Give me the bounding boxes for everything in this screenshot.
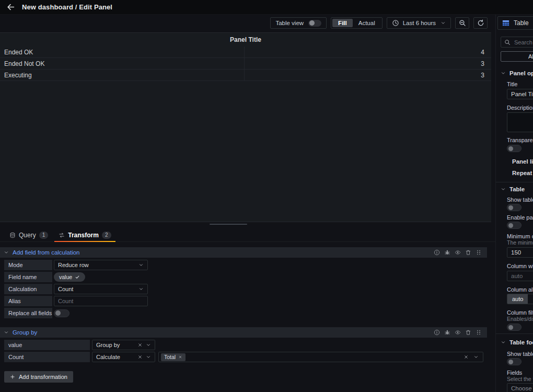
row-value: 4	[481, 49, 484, 56]
field-name-pill[interactable]: value	[54, 272, 85, 282]
panel-toolbar: Table view Fill Actual Last 6 hours	[270, 17, 488, 29]
alias-label: Alias	[4, 296, 52, 306]
fill-option[interactable]: Fill	[332, 19, 353, 27]
options-search-input[interactable]	[513, 39, 533, 46]
aggregations-multiselect[interactable]: Total	[158, 352, 483, 362]
tab-transform[interactable]: Transform 2	[53, 228, 116, 241]
aggregation-tag-label: Total	[164, 354, 176, 360]
clear-icon[interactable]	[137, 354, 143, 360]
section-panel-options[interactable]: Panel options	[501, 70, 533, 77]
aggregation-tag[interactable]: Total	[161, 353, 186, 361]
section-table[interactable]: Table	[501, 186, 533, 193]
filter-all-button[interactable]: All	[501, 51, 533, 62]
min-column-width-input[interactable]	[507, 247, 533, 258]
section-table-footer[interactable]: Table footer	[501, 339, 533, 346]
pane-resize-handle[interactable]	[210, 224, 247, 225]
title-label: Title	[507, 81, 533, 87]
divider	[496, 182, 533, 182]
divider	[496, 333, 533, 334]
chevron-down-icon	[501, 71, 506, 76]
tab-query[interactable]: Query 1	[4, 228, 53, 241]
replace-all-fields-toggle[interactable]	[54, 309, 69, 317]
time-range-picker[interactable]: Last 6 hours	[387, 17, 451, 29]
search-icon	[504, 39, 511, 45]
transparent-background-toggle[interactable]	[507, 145, 522, 152]
editor-tabs: Query 1 Transform 2	[0, 228, 495, 242]
mode-select[interactable]: Reduce row	[54, 260, 148, 270]
min-column-width-label: Minimum column width	[507, 233, 533, 239]
row-label: Ended OK	[4, 49, 33, 56]
description-textarea[interactable]	[507, 112, 533, 132]
min-column-width-hint: The minimum width for column auto resizi…	[507, 240, 533, 246]
query-count-badge: 1	[39, 232, 49, 239]
transformation-form: Mode Reduce row Field name value	[0, 260, 487, 318]
collapse-chevron-icon[interactable]	[4, 330, 9, 335]
transformation-form: value Group by Count Calculate	[0, 340, 487, 362]
section-panel-links[interactable]: Panel links	[509, 158, 533, 165]
transparent-background-label: Transparent background	[507, 137, 533, 143]
info-icon[interactable]	[434, 249, 440, 256]
trash-icon[interactable]	[465, 249, 471, 256]
remove-tag-icon[interactable]	[178, 355, 182, 359]
table-view-control: Table view	[270, 17, 327, 29]
column-filter-toggle[interactable]	[507, 324, 522, 331]
fields-hint: Select the fields that should be calcula…	[507, 376, 533, 382]
viz-picker-button[interactable]: Table	[497, 16, 533, 30]
section-repeat-options[interactable]: Repeat options	[509, 169, 533, 177]
show-table-header-toggle[interactable]	[507, 204, 522, 211]
calculation-label: Calculation	[4, 284, 52, 294]
enable-pagination-toggle[interactable]	[507, 222, 522, 229]
database-icon	[9, 232, 16, 238]
drag-handle-icon[interactable]	[476, 249, 482, 256]
eye-icon[interactable]	[455, 329, 461, 336]
table-viz-icon	[502, 19, 509, 27]
time-zoom-out-button[interactable]	[455, 17, 469, 29]
row-value: 3	[481, 72, 484, 79]
groupby-operation-select[interactable]: Calculate	[92, 352, 155, 362]
column-alignment-label: Column alignment	[507, 286, 533, 293]
refresh-icon	[477, 19, 484, 27]
options-sidebar: Table All Panel options Title Descriptio…	[495, 15, 533, 392]
debug-icon[interactable]	[444, 329, 450, 336]
mode-label: Mode	[4, 260, 52, 270]
tab-query-label: Query	[19, 232, 36, 239]
panel-title-input[interactable]	[507, 89, 533, 99]
transformation-add-field: Add field from calculation Mode Reduce r…	[0, 247, 487, 318]
table-view-toggle[interactable]	[308, 20, 321, 27]
mode-value: Reduce row	[58, 262, 89, 268]
operation-value: Calculate	[96, 354, 120, 360]
clear-icon[interactable]	[464, 354, 469, 360]
trash-icon[interactable]	[465, 329, 471, 336]
table-column-divider	[244, 47, 245, 81]
chevron-down-icon	[473, 354, 479, 360]
alias-input[interactable]	[54, 296, 148, 306]
fields-select[interactable]: Choose	[507, 383, 533, 392]
back-button[interactable]	[6, 3, 15, 11]
collapse-chevron-icon[interactable]	[4, 250, 9, 255]
add-transformation-label: Add transformation	[19, 374, 67, 380]
groupby-operation-select[interactable]: Group by	[92, 340, 155, 350]
row-value: 3	[481, 60, 484, 67]
transformation-title: Group by	[13, 329, 37, 336]
operation-value: Group by	[96, 342, 120, 348]
clear-icon[interactable]	[137, 342, 143, 348]
show-table-header-label: Show table header	[507, 197, 533, 203]
zoom-out-icon	[459, 19, 466, 27]
calculation-select[interactable]: Count	[54, 284, 148, 294]
eye-icon[interactable]	[455, 249, 461, 256]
panel-table: Ended OK 4 Ended Not OK 3 Executing 3	[0, 47, 491, 81]
actual-option[interactable]: Actual	[353, 19, 381, 27]
fill-actual-group: Fill Actual	[331, 17, 383, 29]
panel-preview: Panel Title Ended OK 4 Ended Not OK 3 Ex…	[0, 32, 491, 222]
debug-icon[interactable]	[444, 249, 450, 256]
drag-handle-icon[interactable]	[476, 329, 482, 336]
refresh-button[interactable]	[473, 17, 488, 29]
show-table-footer-toggle[interactable]	[507, 358, 522, 365]
column-width-input[interactable]	[507, 271, 533, 281]
info-icon[interactable]	[434, 329, 440, 336]
alignment-auto-option[interactable]: auto	[507, 294, 528, 304]
add-transformation-button[interactable]: Add transformation	[4, 371, 73, 383]
chevron-down-icon	[146, 342, 151, 348]
options-search	[501, 37, 533, 48]
chevron-down-icon	[146, 354, 151, 360]
